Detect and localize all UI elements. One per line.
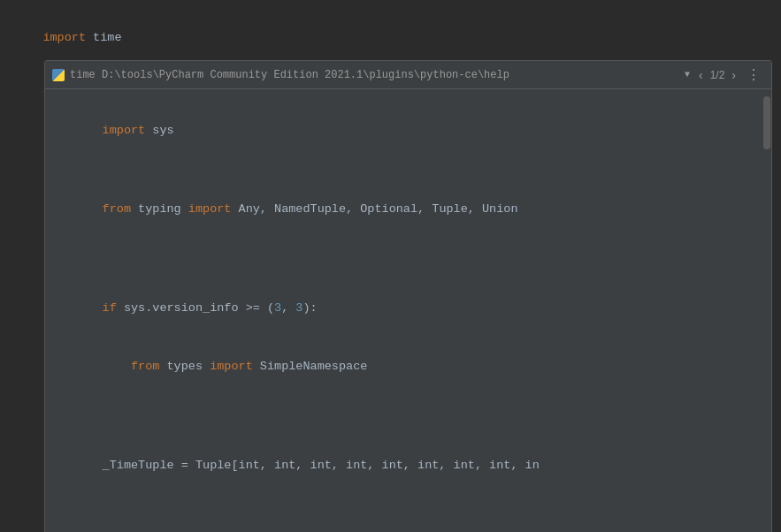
prev-button[interactable]: ‹ — [695, 67, 707, 83]
code-line-blank-7 — [59, 515, 757, 532]
documentation-popup: time D:\tools\PyCharm Community Edition … — [44, 60, 772, 532]
indent1 — [103, 360, 131, 373]
kw-if: if — [103, 301, 117, 315]
vertical-scrollbar-thumb[interactable] — [763, 96, 770, 149]
popup-header: time D:\tools\PyCharm Community Edition … — [45, 61, 771, 89]
comma1: , — [281, 301, 295, 315]
code-line-7: from types import SimpleNamespace — [59, 338, 757, 397]
kw-import3: import — [210, 360, 253, 373]
num-3a: 3 — [274, 301, 281, 315]
optional-text: Optional — [360, 202, 417, 216]
code-line-10: _TimeTuple = Tuple[int, int, int, int, i… — [59, 437, 757, 496]
editor-line-1: import time — [14, 9, 767, 66]
module-name-label: time — [70, 69, 96, 81]
popup-module-label: time D:\tools\PyCharm Community Edition … — [70, 69, 679, 81]
comma-after-optional: , Tuple, — [417, 202, 482, 216]
code-content-area: import sys from typing import Any, Named… — [45, 89, 771, 532]
code-line-3: from typing import Any, NamedTuple, Opti… — [59, 180, 757, 239]
python-icon — [52, 69, 65, 81]
module-time: time — [86, 31, 122, 44]
union-text: Union — [482, 202, 518, 216]
sp-types: types — [159, 360, 210, 373]
more-options-button[interactable]: ⋮ — [743, 65, 764, 85]
popup-path-text: D:\tools\PyCharm Community Edition 2021.… — [102, 69, 509, 81]
code-line-blank-6 — [59, 495, 757, 514]
timetuple-line: _TimeTuple = Tuple[int, int, int, int, i… — [103, 459, 540, 472]
nav-count: 1/2 — [710, 69, 725, 81]
kw-from: from — [103, 202, 131, 216]
nav-controls: ‹ 1/2 › ⋮ — [695, 65, 764, 85]
sp1: typing — [131, 202, 188, 216]
code-line-1: import sys — [59, 102, 757, 161]
kw-import2: import — [188, 202, 232, 216]
mod-sys: sys — [152, 124, 173, 137]
code-line-6: if sys.version_info >= (3, 3): — [59, 278, 757, 338]
kw-import: import — [103, 124, 146, 137]
path-dropdown-arrow[interactable]: ▼ — [685, 70, 690, 80]
simple-ns: SimpleNamespace — [253, 360, 368, 373]
colon1: ): — [302, 301, 317, 315]
code-line-blank-1 — [59, 161, 757, 180]
version-check: sys.version_info >= ( — [117, 301, 274, 315]
code-line-blank-5 — [59, 416, 757, 436]
kw-from2: from — [131, 360, 159, 373]
code-line-blank-2 — [59, 239, 757, 259]
import-list: Any, NamedTuple, — [231, 202, 360, 216]
code-line-blank-3 — [59, 259, 757, 278]
keyword-import: import — [42, 31, 86, 44]
next-button[interactable]: › — [728, 67, 739, 83]
vertical-scrollbar-track[interactable] — [762, 89, 771, 532]
code-line-blank-4 — [59, 397, 757, 416]
